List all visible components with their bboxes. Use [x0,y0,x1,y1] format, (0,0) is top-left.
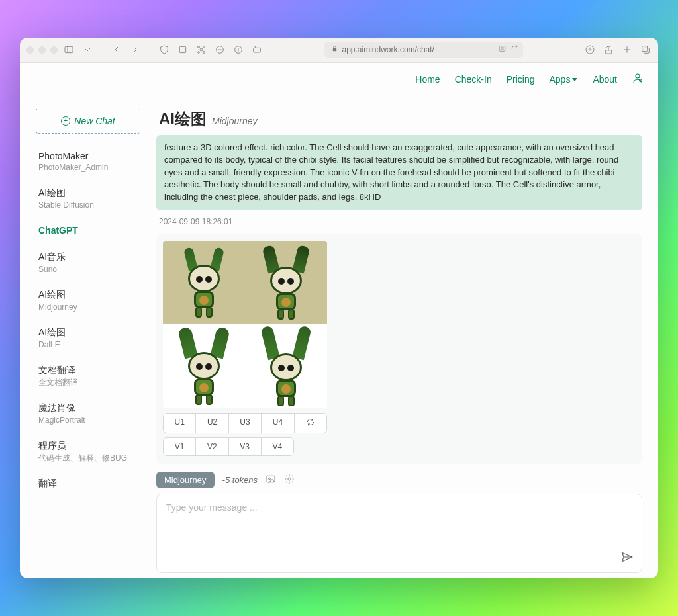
u2-button[interactable]: U2 [196,414,228,433]
shield-icon[interactable] [158,44,170,56]
image-grid[interactable] [163,241,327,408]
sidebar-item-sub: Midjourney [38,302,138,312]
sidebar-item-5[interactable]: AI绘图Dall-E [36,320,140,358]
share-icon[interactable] [603,44,614,56]
sidebar-item-title: PhotoMaker [38,151,138,161]
extension-icon-2[interactable] [195,44,207,56]
sidebar-item-0[interactable]: PhotoMakerPhotoMaker_Admin [36,144,140,181]
svg-rect-14 [499,46,505,52]
timestamp: 2024-09-09 18:26:01 [156,217,642,226]
app-window: app.aimindwork.com/chat/ Home Check-In P… [20,38,658,578]
nav-home[interactable]: Home [415,74,440,85]
page-title: AI绘图 [159,109,207,130]
sidebar-item-title: 程序员 [38,440,138,452]
svg-point-27 [269,478,271,480]
new-tab-icon[interactable] [621,44,633,56]
extension-icon-4[interactable] [232,44,244,56]
page-content: Home Check-In Pricing Apps About + New C… [20,63,658,578]
u3-button[interactable]: U3 [229,414,262,433]
svg-rect-13 [332,48,336,51]
sidebar-item-4[interactable]: AI绘图Midjourney [36,283,140,320]
sidebar-item-7[interactable]: 魔法肖像MagicPortrait [36,396,140,433]
send-icon[interactable] [620,550,634,566]
new-chat-button[interactable]: + New Chat [36,109,140,134]
toolbar-right [584,44,652,56]
sidebar-item-6[interactable]: 文档翻译全文档翻译 [36,358,140,396]
svg-point-4 [198,46,200,48]
forward-icon[interactable] [129,44,141,56]
page-heading: AI绘图 Midjourney [156,109,642,130]
sidebar-item-title: AI绘图 [38,327,138,339]
u4-button[interactable]: U4 [262,414,294,433]
user-icon[interactable] [632,72,644,87]
reader-icon[interactable] [498,44,507,55]
reroll-button[interactable] [295,414,326,433]
u1-button[interactable]: U1 [164,414,196,433]
svg-point-6 [198,52,200,54]
svg-marker-23 [572,78,577,81]
plus-icon: + [61,116,70,126]
variation-row: V1 V2 V3 V4 [163,437,294,456]
svg-rect-22 [644,48,649,54]
svg-point-24 [636,74,640,78]
maximize-window-icon[interactable] [50,46,58,54]
image-2[interactable] [245,241,327,324]
lock-icon [331,45,338,54]
address-bar[interactable]: app.aimindwork.com/chat/ [324,42,523,58]
sidebar-item-sub: 代码生成、解释、修BUG [38,453,138,463]
message-input[interactable]: Type your message ... [156,494,642,573]
v1-button[interactable]: V1 [164,438,196,455]
svg-rect-21 [642,46,648,52]
url-text: app.aimindwork.com/chat/ [342,45,434,54]
image-4[interactable] [245,324,327,408]
svg-point-7 [203,52,205,54]
extension-icon-3[interactable] [214,44,226,56]
composer-top: Midjourney -5 tokens [156,472,642,488]
v2-button[interactable]: V2 [196,438,228,455]
top-nav: Home Check-In Pricing Apps About [20,63,658,95]
svg-point-3 [200,48,203,51]
model-tag[interactable]: Midjourney [156,472,215,488]
minimize-window-icon[interactable] [38,46,46,54]
image-3[interactable] [163,324,245,408]
generation-card: U1 U2 U3 U4 V1 V2 V3 V4 [156,234,642,464]
sidebar-item-2[interactable]: ChatGPT [36,218,140,245]
back-icon[interactable] [111,44,122,56]
nav-apps[interactable]: Apps [549,74,578,85]
gear-icon[interactable] [284,474,295,487]
sidebar-item-title: 文档翻译 [38,365,138,376]
body: + New Chat PhotoMakerPhotoMaker_AdminAI绘… [20,95,658,578]
sidebar-item-sub: Suno [38,265,138,275]
composer: Midjourney -5 tokens Type your message .… [156,472,642,573]
sidebar-item-8[interactable]: 程序员代码生成、解释、修BUG [36,433,140,471]
new-chat-label: New Chat [74,116,115,126]
page-subtitle: Midjourney [212,116,257,126]
sidebar-item-sub: Dall-E [38,340,138,350]
image-icon[interactable] [266,474,276,487]
sidebar-item-3[interactable]: AI音乐Suno [36,245,140,283]
image-1[interactable] [163,241,245,324]
v4-button[interactable]: V4 [262,438,293,455]
extension-icon-1[interactable] [177,44,189,56]
sidebar-item-title: 魔法肖像 [38,402,138,414]
svg-point-28 [288,478,291,480]
sidebar-item-9[interactable]: 翻译 [36,471,140,499]
nav-checkin[interactable]: Check-In [455,74,492,85]
svg-rect-0 [65,47,73,53]
nav-pricing[interactable]: Pricing [507,74,535,85]
placeholder-text: Type your message ... [166,502,258,513]
v3-button[interactable]: V3 [229,438,262,455]
tabs-icon[interactable] [640,44,652,56]
extension-icon-5[interactable] [251,44,263,56]
svg-point-5 [203,46,205,48]
downloads-icon[interactable] [584,44,596,56]
sidebar-item-title: AI绘图 [38,187,138,199]
sidebar-item-sub: 全文档翻译 [38,378,138,388]
chevron-down-icon[interactable] [81,44,93,56]
reload-icon[interactable] [510,44,519,55]
nav-about[interactable]: About [593,74,617,85]
close-window-icon[interactable] [26,46,34,54]
sidebar-item-1[interactable]: AI绘图Stable Diffusion [36,181,140,218]
sidebar-toggle-icon[interactable] [63,44,75,56]
sidebar-item-title: AI音乐 [38,251,138,263]
